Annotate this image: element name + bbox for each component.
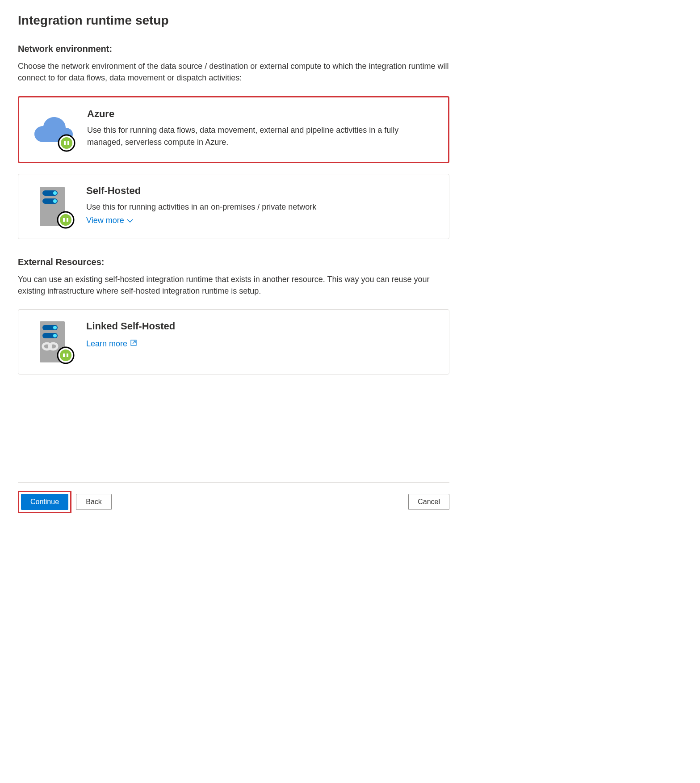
learn-more-label: Learn more (86, 339, 127, 349)
option-azure[interactable]: Azure Use this for running data flows, d… (18, 96, 449, 163)
option-self-hosted-title: Self-Hosted (86, 185, 436, 197)
option-self-hosted[interactable]: Self-Hosted Use this for running activit… (18, 174, 449, 239)
option-self-hosted-description: Use this for running activities in an on… (86, 201, 436, 213)
option-linked-self-hosted-title: Linked Self-Hosted (86, 320, 436, 332)
chevron-down-icon (127, 216, 133, 225)
cancel-button[interactable]: Cancel (408, 494, 449, 510)
svg-point-4 (53, 191, 57, 195)
svg-point-1 (61, 137, 72, 149)
option-linked-self-hosted[interactable]: Linked Self-Hosted Learn more (18, 309, 449, 375)
option-azure-description: Use this for running data flows, data mo… (87, 124, 436, 148)
back-button[interactable]: Back (76, 494, 112, 510)
learn-more-link[interactable]: Learn more (86, 339, 137, 349)
network-environment-heading: Network environment: (18, 44, 449, 54)
svg-point-6 (53, 199, 57, 203)
footer: Continue Back Cancel (18, 482, 449, 513)
view-more-label: View more (86, 216, 124, 225)
server-icon (31, 185, 74, 228)
view-more-link[interactable]: View more (86, 216, 133, 225)
svg-point-11 (53, 326, 57, 329)
svg-point-17 (60, 349, 71, 361)
option-azure-title: Azure (87, 108, 436, 120)
svg-point-8 (60, 214, 71, 226)
page-title: Integration runtime setup (18, 13, 449, 28)
external-resources-description: You can use an existing self-hosted inte… (18, 274, 449, 297)
external-resources-heading: External Resources: (18, 257, 449, 267)
cloud-icon (32, 108, 75, 151)
external-link-icon (130, 339, 137, 349)
linked-server-icon (31, 320, 74, 363)
svg-point-13 (53, 334, 57, 337)
network-environment-description: Choose the network environment of the da… (18, 60, 449, 84)
continue-button[interactable]: Continue (21, 494, 68, 510)
